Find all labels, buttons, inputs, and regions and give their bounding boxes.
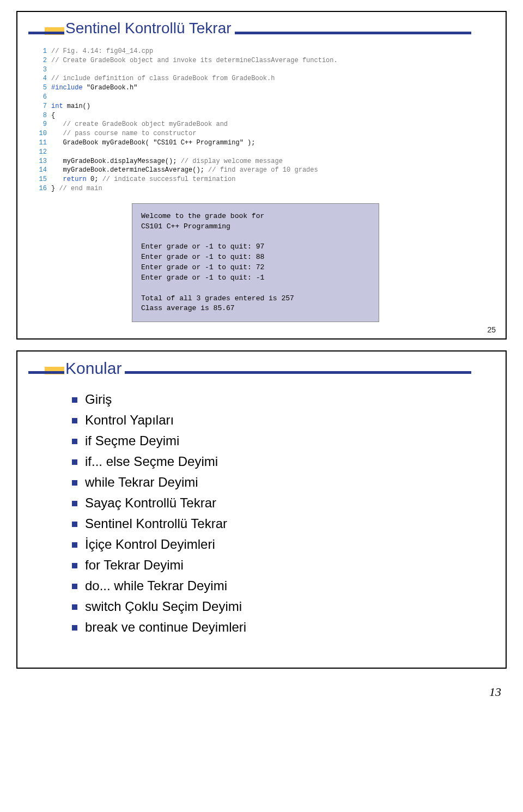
line-number: 15 bbox=[34, 175, 47, 184]
slide1-page-number: 25 bbox=[487, 325, 496, 334]
code-segment: // pass course name to constructor bbox=[63, 130, 197, 137]
code-line: 9 // create GradeBook object myGradeBook… bbox=[34, 120, 489, 129]
code-segment: ); bbox=[244, 139, 256, 147]
line-number: 6 bbox=[34, 93, 47, 102]
line-number: 12 bbox=[34, 148, 47, 157]
code-line: 10 // pass course name to constructor bbox=[34, 129, 489, 138]
list-item: for Tekrar Deyimi bbox=[72, 558, 478, 573]
list-item: Sentinel Kontrollü Tekrar bbox=[72, 516, 478, 531]
code-line: 2// Create GradeBook object and invoke i… bbox=[34, 56, 489, 65]
list-item: do... while Tekrar Deyimi bbox=[72, 578, 478, 593]
code-segment: // create GradeBook object myGradeBook a… bbox=[63, 120, 228, 128]
line-number: 14 bbox=[34, 166, 47, 175]
list-item: Sayaç Kontrollü Tekrar bbox=[72, 495, 478, 511]
line-number: 8 bbox=[34, 111, 47, 120]
code-segment: "CS101 C++ Programming" bbox=[153, 139, 244, 147]
line-number: 16 bbox=[34, 184, 47, 193]
line-number: 13 bbox=[34, 157, 47, 166]
list-item: while Tekrar Deyimi bbox=[72, 475, 478, 490]
list-item: Kontrol Yapıları bbox=[72, 413, 478, 428]
code-segment: // Create GradeBook object and invoke it… bbox=[51, 57, 338, 64]
slide2-body: GirişKontrol Yapılarıif Seçme Deyimiif..… bbox=[28, 381, 495, 657]
code-segment: myGradeBook.determineClassAverage(); bbox=[51, 166, 208, 174]
line-number: 7 bbox=[34, 102, 47, 111]
code-segment: // indicate successful termination bbox=[102, 175, 236, 183]
code-segment: GradeBook myGradeBook( bbox=[51, 139, 153, 147]
code-line: 16} // end main bbox=[34, 184, 489, 193]
slide1-title-block: Sentinel Kontrollü Tekrar bbox=[28, 17, 495, 41]
code-line: 13 myGradeBook.displayMessage(); // disp… bbox=[34, 157, 489, 166]
code-segment bbox=[51, 120, 63, 128]
code-line: 4// include definition of class GradeBoo… bbox=[34, 74, 489, 83]
line-number: 2 bbox=[34, 56, 47, 65]
code-line: 5#include "GradeBook.h" bbox=[34, 83, 489, 93]
code-segment bbox=[51, 175, 63, 183]
code-line: 1// Fig. 4.14: fig04_14.cpp bbox=[34, 47, 489, 56]
program-output-box: Welcome to the grade book for CS101 C++ … bbox=[132, 203, 379, 322]
code-segment: } bbox=[51, 185, 59, 192]
slide2-title: Konular bbox=[64, 359, 125, 378]
list-item: if Seçme Deyimi bbox=[72, 433, 478, 449]
document-page-number: 13 bbox=[0, 680, 523, 710]
line-number: 5 bbox=[34, 83, 47, 93]
code-line: 7int main() bbox=[34, 102, 489, 111]
code-segment: // display welcome message bbox=[181, 157, 283, 165]
slide2-title-block: Konular bbox=[28, 357, 495, 381]
code-segment: int bbox=[51, 102, 67, 110]
code-segment: { bbox=[51, 112, 55, 119]
line-number: 10 bbox=[34, 129, 47, 138]
bullet-list: GirişKontrol Yapılarıif Seçme Deyimiif..… bbox=[72, 392, 478, 635]
slide-2: Konular GirişKontrol Yapılarıif Seçme De… bbox=[16, 350, 507, 669]
line-number: 4 bbox=[34, 74, 47, 83]
code-segment: myGradeBook.displayMessage(); bbox=[51, 157, 181, 165]
code-line: 3 bbox=[34, 65, 489, 75]
code-segment: main() bbox=[67, 102, 90, 110]
code-line: 15 return 0; // indicate successful term… bbox=[34, 175, 489, 184]
line-number: 11 bbox=[34, 138, 47, 148]
code-line: 6 bbox=[34, 93, 489, 102]
code-line: 12 bbox=[34, 148, 489, 157]
code-line: 8{ bbox=[34, 111, 489, 120]
code-listing: 1// Fig. 4.14: fig04_14.cpp2// Create Gr… bbox=[28, 41, 495, 196]
line-number: 9 bbox=[34, 120, 47, 129]
code-segment: "GradeBook.h" bbox=[87, 84, 138, 92]
code-line: 14 myGradeBook.determineClassAverage(); … bbox=[34, 166, 489, 175]
list-item: İçiçe Kontrol Deyimleri bbox=[72, 537, 478, 552]
code-segment: // include definition of class GradeBook… bbox=[51, 75, 275, 82]
code-line: 11 GradeBook myGradeBook( "CS101 C++ Pro… bbox=[34, 138, 489, 148]
code-segment bbox=[51, 130, 63, 137]
list-item: Giriş bbox=[72, 392, 478, 407]
code-segment: // end main bbox=[59, 185, 102, 192]
code-segment: 0; bbox=[90, 175, 102, 183]
list-item: switch Çoklu Seçim Deyimi bbox=[72, 599, 478, 614]
code-segment: // find average of 10 grades bbox=[208, 166, 318, 174]
line-number: 3 bbox=[34, 65, 47, 75]
line-number: 1 bbox=[34, 47, 47, 56]
code-segment: return bbox=[63, 175, 90, 183]
slide1-title: Sentinel Kontrollü Tekrar bbox=[64, 20, 235, 37]
list-item: if... else Seçme Deyimi bbox=[72, 454, 478, 469]
code-segment: #include bbox=[51, 84, 87, 92]
code-segment: // Fig. 4.14: fig04_14.cpp bbox=[51, 47, 153, 55]
list-item: break ve continue Deyimleri bbox=[72, 620, 478, 635]
slide-1: Sentinel Kontrollü Tekrar 1// Fig. 4.14:… bbox=[16, 11, 507, 340]
